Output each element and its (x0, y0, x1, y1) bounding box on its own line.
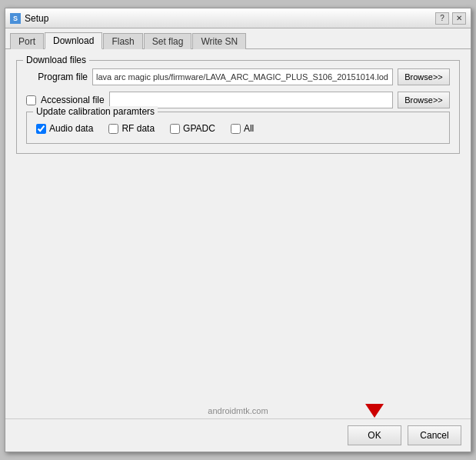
help-button[interactable]: ? (435, 12, 449, 25)
content-area: androidmtk.com Download files Program fi… (5, 49, 471, 452)
program-file-label: Program file (26, 72, 88, 82)
download-files-title: Download files (23, 55, 89, 65)
calibration-options: Audio data RF data GPADC All (36, 123, 440, 134)
tab-flash[interactable]: Flash (103, 33, 142, 49)
setup-window: S Setup ? ✕ Port Download Flash Set flag… (5, 8, 471, 452)
title-bar-left: S Setup (10, 13, 48, 24)
rf-data-checkbox[interactable] (108, 124, 118, 134)
title-bar: S Setup ? ✕ (5, 8, 471, 28)
calibration-group: Update calibration paramters Audio data … (26, 112, 450, 144)
tabs-bar: Port Download Flash Set flag Write SN (5, 28, 471, 49)
tab-download[interactable]: Download (45, 32, 102, 49)
main-content: Download files Program file Browse>> Acc… (5, 49, 471, 403)
gpadc-label: GPADC (183, 123, 215, 134)
calibration-group-title: Update calibration paramters (33, 106, 158, 117)
cancel-button[interactable]: Cancel (408, 425, 461, 445)
gpadc-option: GPADC (170, 123, 215, 134)
program-file-input[interactable] (92, 68, 393, 85)
audio-data-option: Audio data (36, 123, 93, 134)
close-button[interactable]: ✕ (452, 12, 466, 25)
rf-data-option: RF data (108, 123, 155, 134)
bottom-spacer (16, 154, 460, 392)
tab-set-flag[interactable]: Set flag (144, 33, 192, 49)
all-option: All (231, 123, 254, 134)
window-title: Setup (25, 13, 48, 24)
program-browse-button[interactable]: Browse>> (398, 68, 450, 85)
all-checkbox[interactable] (231, 124, 241, 134)
app-icon: S (10, 13, 21, 24)
title-bar-buttons: ? ✕ (435, 12, 466, 25)
download-files-group: Download files Program file Browse>> Acc… (16, 60, 460, 154)
accessional-file-label: Accessional file (41, 95, 105, 105)
gpadc-checkbox[interactable] (170, 124, 180, 134)
ok-arrow-indicator (365, 404, 384, 418)
tab-port[interactable]: Port (10, 33, 44, 49)
accessional-browse-button[interactable]: Browse>> (398, 92, 450, 108)
audio-data-checkbox[interactable] (36, 124, 46, 134)
accessional-file-checkbox[interactable] (26, 95, 36, 105)
bottom-bar: OK Cancel (5, 418, 471, 452)
tab-write-sn[interactable]: Write SN (192, 33, 246, 49)
rf-data-label: RF data (121, 123, 155, 134)
ok-button[interactable]: OK (348, 425, 401, 445)
footer-watermark: androidmtk.com (5, 403, 471, 418)
all-label: All (244, 123, 254, 134)
program-file-row: Program file Browse>> (26, 68, 450, 85)
audio-data-label: Audio data (49, 123, 93, 134)
